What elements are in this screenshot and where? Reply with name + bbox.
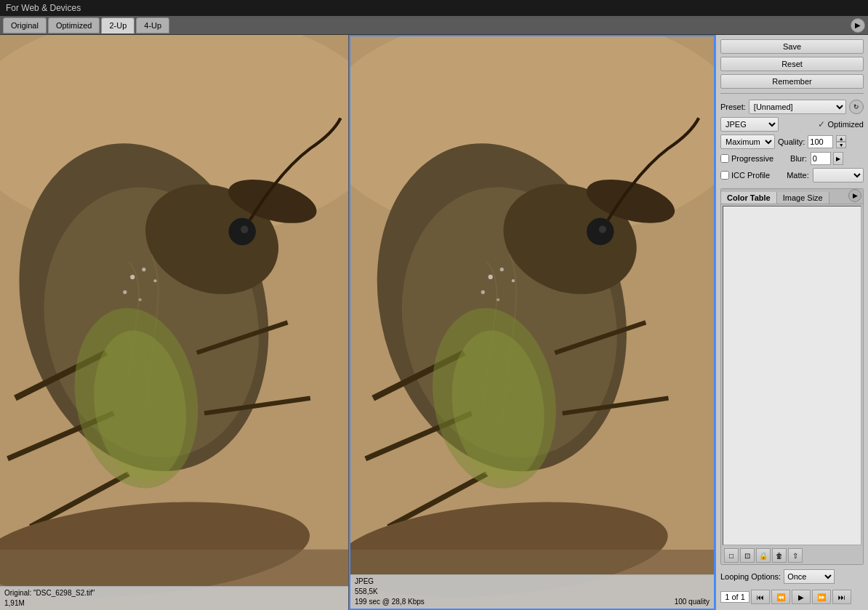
color-table-icons: □ ⊡ 🔒 🗑 ⇧ — [721, 547, 863, 564]
main-content: Original: "DSC_6298_S2.tif" 1,91M — [0, 35, 868, 610]
matte-select[interactable] — [813, 168, 864, 182]
quality-stepper: ▲ ▼ — [836, 135, 846, 148]
svg-point-18 — [142, 268, 145, 271]
quality-input[interactable] — [808, 135, 833, 148]
preset-label: Preset: — [720, 103, 746, 111]
color-table-content — [723, 206, 861, 545]
tab-arrow-icon[interactable]: ▶ — [851, 18, 865, 33]
color-web-icon[interactable]: ⊡ — [740, 548, 755, 563]
frame-count: 1 of 1 — [720, 591, 750, 603]
quality-level-select[interactable]: Maximum — [720, 135, 775, 149]
tab-2up[interactable]: 2-Up — [101, 17, 134, 33]
skip-back-button[interactable]: ⏪ — [771, 590, 790, 604]
app-title: For Web & Devices — [6, 3, 81, 13]
right-image-info: JPEG 558,5K 199 sec @ 28,8 Kbps 100 qual… — [350, 574, 714, 609]
svg-point-17 — [130, 275, 134, 279]
image-split: Original: "DSC_6298_S2.tif" 1,91M — [0, 35, 715, 610]
svg-point-39 — [489, 275, 493, 279]
progressive-row: Progressive Blur: ▶ — [720, 152, 864, 165]
optimized-pane: JPEG 558,5K 199 sec @ 28,8 Kbps 100 qual… — [349, 35, 715, 610]
svg-point-29 — [599, 225, 606, 233]
quality-up-button[interactable]: ▲ — [836, 135, 846, 142]
looping-label: Looping Options: — [720, 572, 781, 581]
format-row: JPEG ✓ Optimized — [720, 117, 864, 132]
quality-field-label: Quality: — [778, 137, 805, 146]
bottom-tab-arrow-icon[interactable]: ▶ — [848, 189, 861, 202]
skip-end-button[interactable]: ⏭ — [832, 590, 851, 604]
svg-point-42 — [481, 290, 485, 294]
remember-button[interactable]: Remember — [720, 74, 864, 89]
preset-select[interactable]: [Unnamed] — [749, 100, 846, 114]
tab-original[interactable]: Original — [3, 17, 47, 33]
optimized-check: ✓ — [818, 119, 825, 129]
color-lock-icon[interactable]: 🔒 — [756, 548, 771, 563]
left-image-info: Original: "DSC_6298_S2.tif" 1,91M — [0, 586, 348, 610]
svg-point-43 — [497, 298, 499, 301]
image-panel: Original: "DSC_6298_S2.tif" 1,91M — [0, 35, 715, 610]
optimized-label: Optimized — [827, 120, 864, 129]
original-image — [0, 35, 348, 610]
reset-button[interactable]: Reset — [720, 57, 864, 71]
original-pane: Original: "DSC_6298_S2.tif" 1,91M — [0, 35, 349, 610]
svg-point-40 — [500, 268, 504, 271]
quality-down-button[interactable]: ▼ — [836, 142, 846, 148]
quality-row: Maximum Quality: ▲ ▼ — [720, 135, 864, 149]
image-size-tab[interactable]: Image Size — [777, 192, 829, 204]
looping-select[interactable]: Once — [784, 569, 835, 584]
svg-point-41 — [512, 279, 515, 282]
looping-row: Looping Options: Once — [720, 568, 864, 585]
format-select[interactable]: JPEG — [720, 117, 779, 132]
svg-point-20 — [123, 290, 126, 294]
matte-label: Matte: — [787, 171, 809, 180]
bottom-panel: Color Table Image Size ▶ □ ⊡ 🔒 🗑 ⇧ — [720, 188, 864, 565]
skip-forward-button[interactable]: ⏩ — [812, 590, 831, 604]
divider-1 — [720, 93, 864, 94]
color-table-tab[interactable]: Color Table — [721, 192, 777, 204]
svg-point-21 — [139, 298, 142, 301]
blur-label: Blur: — [790, 154, 807, 163]
icc-row: ICC Profile Matte: — [720, 168, 864, 182]
progressive-checkbox[interactable] — [720, 154, 729, 163]
tab-optimized[interactable]: Optimized — [48, 17, 100, 33]
icc-label: ICC Profile — [731, 171, 770, 180]
tab-bar: Original Optimized 2-Up 4-Up ▶ — [0, 16, 868, 35]
svg-point-19 — [153, 279, 156, 282]
tab-4up[interactable]: 4-Up — [136, 17, 169, 33]
preset-arrow-icon[interactable]: ↻ — [849, 100, 864, 114]
color-new-icon[interactable]: □ — [724, 548, 739, 563]
bottom-tab-bar: Color Table Image Size ▶ — [721, 189, 863, 204]
save-button[interactable]: Save — [720, 39, 864, 54]
color-delete-icon[interactable]: 🗑 — [772, 548, 787, 563]
progressive-label: Progressive — [731, 154, 773, 163]
preset-row: Preset: [Unnamed] ↻ — [720, 100, 864, 114]
blur-arrow[interactable]: ▶ — [833, 152, 843, 165]
rewind-button[interactable]: ⏮ — [751, 590, 770, 604]
playback-row: 1 of 1 ⏮ ⏪ ▶ ⏩ ⏭ — [720, 588, 864, 606]
icc-checkbox[interactable] — [720, 171, 729, 180]
blur-input[interactable] — [811, 152, 831, 165]
title-bar: For Web & Devices — [0, 0, 868, 16]
play-button[interactable]: ▶ — [792, 590, 811, 604]
optimized-image — [350, 36, 714, 609]
svg-point-7 — [241, 225, 248, 233]
color-shift-icon[interactable]: ⇧ — [788, 548, 803, 563]
right-panel: Save Reset Remember Preset: [Unnamed] ↻ … — [715, 35, 868, 610]
